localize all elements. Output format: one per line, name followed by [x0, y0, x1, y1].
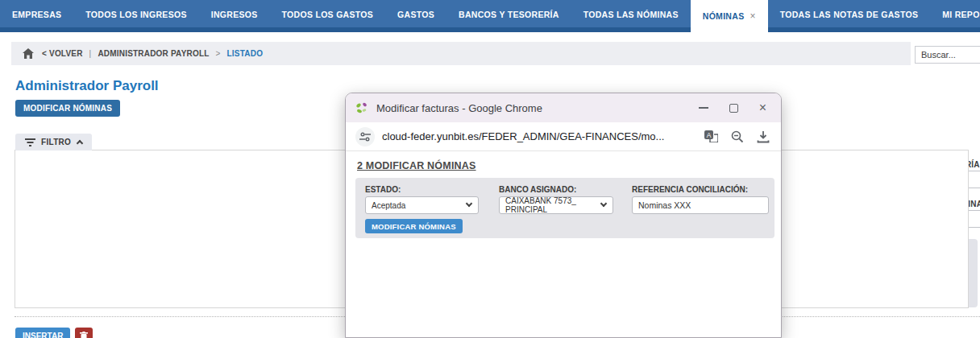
nav-tab-todas-las-nominas[interactable]: TODAS LAS NÓMINAS — [571, 0, 691, 32]
chevron-up-icon — [77, 140, 83, 146]
popup-modificar-nominas-button[interactable]: MODIFICAR NÓMINAS — [365, 219, 463, 233]
url-text[interactable]: cloud-feder.yunbit.es/FEDER_ADMIN/GEA-FI… — [382, 130, 704, 142]
breadcrumb: < VOLVER | ADMINISTRADOR PAYROLL > LISTA… — [11, 42, 911, 65]
trash-icon — [80, 332, 88, 338]
nav-tab-empresas[interactable]: EMPRESAS — [0, 0, 73, 32]
window-close-icon[interactable]: × — [759, 101, 766, 114]
window-minimize-icon[interactable] — [699, 107, 708, 109]
estado-value: Aceptada — [372, 201, 405, 210]
breadcrumb-section[interactable]: ADMINISTRADOR PAYROLL — [98, 49, 209, 58]
nav-tab-bancos-y-tesoreria[interactable]: BANCOS Y TESORERÍA — [446, 0, 571, 32]
popup-heading-link[interactable]: 2 MODIFICAR NÓMINAS — [357, 160, 476, 171]
page-title: Administrador Payroll — [15, 78, 159, 94]
site-info-icon[interactable] — [355, 127, 375, 146]
estado-label: ESTADO: — [365, 185, 401, 194]
breadcrumb-page[interactable]: LISTADO — [227, 49, 264, 58]
chevron-down-icon — [466, 200, 472, 207]
zoom-out-icon[interactable] — [731, 130, 744, 143]
estado-select[interactable]: Aceptada — [365, 196, 479, 214]
banco-asignado-value: CAIXABANK 7573_ PRINCIPAL — [505, 196, 607, 214]
modificar-nominas-button[interactable]: MODIFICAR NÓMINAS — [15, 100, 120, 117]
app-frame: EMPRESAS TODOS LOS INGRESOS INGRESOS TOD… — [0, 0, 980, 338]
popup-titlebar[interactable]: Modificar facturas - Google Chrome × — [346, 93, 781, 122]
filter-toggle-label: FILTRO — [41, 138, 71, 146]
breadcrumb-volver[interactable]: < VOLVER — [42, 49, 83, 58]
search-input[interactable] — [915, 46, 980, 64]
window-maximize-icon[interactable] — [729, 104, 738, 113]
referencia-input[interactable] — [632, 196, 769, 214]
tab-close-icon[interactable]: × — [750, 10, 755, 22]
chrome-popup-window: Modificar facturas - Google Chrome × clo… — [345, 93, 782, 338]
translate-icon[interactable]: A — [704, 130, 718, 142]
popup-form-panel: ESTADO: Aceptada BANCO ASIGNADO: CAIXABA… — [355, 178, 774, 238]
insertar-button[interactable]: INSERTAR — [15, 328, 70, 338]
nav-tab-todos-los-ingresos[interactable]: TODOS LOS INGRESOS — [73, 0, 198, 32]
top-nav: EMPRESAS TODOS LOS INGRESOS INGRESOS TOD… — [0, 0, 980, 32]
nav-tab-nominas-active[interactable]: NÓMINAS × — [691, 0, 768, 32]
svg-text:A: A — [707, 131, 712, 139]
nav-tab-gastos[interactable]: GASTOS — [385, 0, 446, 32]
nav-tab-ingresos[interactable]: INGRESOS — [199, 0, 270, 32]
favicon-yunbit — [355, 101, 368, 114]
breadcrumb-arrow: > — [216, 49, 221, 58]
download-icon[interactable] — [757, 130, 770, 143]
popup-content: 2 MODIFICAR NÓMINAS ESTADO: Aceptada BAN… — [346, 151, 781, 338]
home-icon[interactable] — [23, 48, 34, 59]
banco-asignado-label: BANCO ASIGNADO: — [499, 185, 576, 194]
popup-urlbar: cloud-feder.yunbit.es/FEDER_ADMIN/GEA-FI… — [346, 122, 781, 151]
delete-button[interactable] — [75, 328, 93, 338]
nav-tab-nominas-label: NÓMINAS — [703, 11, 745, 21]
filter-toggle[interactable]: FILTRO — [15, 134, 92, 150]
banco-asignado-select[interactable]: CAIXABANK 7573_ PRINCIPAL — [499, 196, 613, 214]
filter-icon — [25, 138, 35, 146]
nav-tab-todas-las-notas-de-gastos[interactable]: TODAS LAS NOTAS DE GASTOS — [768, 0, 930, 32]
nav-tab-mi-reporte-de-horas[interactable]: MI REPORTE DE HORAS — [930, 0, 980, 32]
breadcrumb-separator: | — [89, 49, 92, 58]
popup-window-title: Modificar facturas - Google Chrome — [376, 102, 699, 114]
referencia-label: REFERENCIA CONCILIACIÓN: — [632, 185, 748, 194]
nav-tab-todos-los-gastos[interactable]: TODOS LOS GASTOS — [270, 0, 386, 32]
